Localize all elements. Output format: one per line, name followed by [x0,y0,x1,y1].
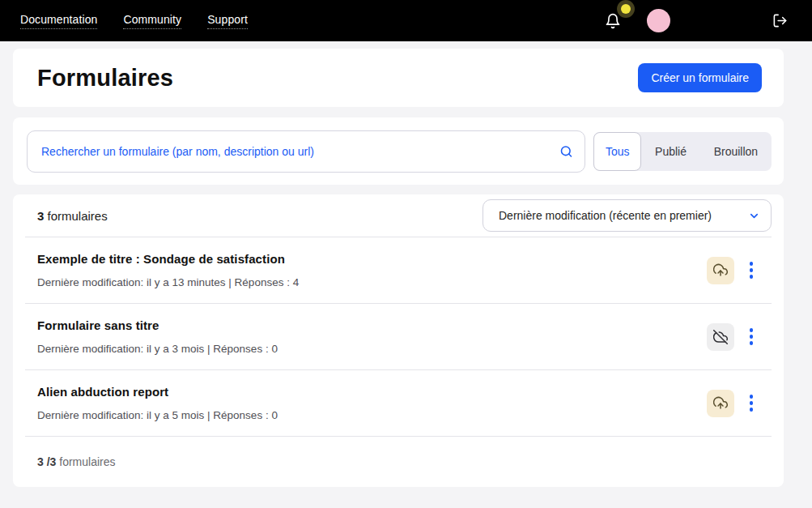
search-field-wrap [27,130,585,173]
form-title: Formulaire sans titre [37,318,278,332]
footer-count-label: formulaires [59,455,115,468]
filter-tab-publie[interactable]: Publié [641,132,700,171]
form-meta: Dernière modification: il y a 5 mois | R… [37,409,278,421]
cloud-off-icon [713,330,728,344]
form-title: Exemple de titre : Sondage de satisfacti… [37,252,299,266]
nav-link-support[interactable]: Support [207,13,248,29]
nav-link-community[interactable]: Community [123,13,181,29]
list-footer: 3 /3 formulaires [13,437,784,487]
footer-count: 3 /3 formulaires [37,455,116,468]
notification-dot [621,4,631,14]
nav-links: Documentation Community Support [20,13,248,29]
logout-button[interactable] [772,13,788,28]
filter-tab-brouillon[interactable]: Brouillon [700,132,772,171]
publish-status-button[interactable] [707,390,734,417]
form-meta: Dernière modification: il y a 13 minutes… [37,276,299,288]
page-header-card: Formulaires Créer un formulaire [13,49,784,107]
form-row[interactable]: Alien abduction report Dernière modifica… [13,370,784,436]
avatar[interactable] [647,9,670,32]
chevron-down-icon [748,210,760,222]
form-title: Alien abduction report [37,385,278,399]
cloud-upload-icon [713,263,728,278]
form-meta: Dernière modification: il y a 3 mois | R… [37,343,278,355]
form-row[interactable]: Formulaire sans titre Dernière modificat… [13,304,784,369]
kebab-menu-icon[interactable] [748,391,755,415]
create-form-button[interactable]: Créer un formulaire [638,63,762,92]
forms-count-label: formulaires [44,209,107,223]
nav-link-documentation[interactable]: Documentation [20,13,97,29]
cloud-upload-icon [713,396,728,411]
list-header: 3 formulaires Dernière modification (réc… [13,194,784,237]
search-input[interactable] [27,130,585,173]
logout-icon [772,13,788,28]
forms-list-card: 3 formulaires Dernière modification (réc… [13,194,784,487]
filter-tab-tous[interactable]: Tous [593,132,641,171]
footer-count-number: 3 /3 [37,455,56,468]
status-filter-group: Tous Publié Brouillon [593,132,772,171]
search-icon[interactable] [559,144,573,158]
search-card: Tous Publié Brouillon [13,117,784,185]
page-title: Formulaires [37,65,173,92]
sort-dropdown-value: Dernière modification (récente en premie… [499,209,712,222]
kebab-menu-icon[interactable] [748,325,755,348]
sort-dropdown[interactable]: Dernière modification (récente en premie… [483,199,772,232]
publish-status-button[interactable] [707,323,734,351]
publish-status-button[interactable] [707,257,734,284]
kebab-menu-icon[interactable] [748,258,755,282]
form-row[interactable]: Exemple de titre : Sondage de satisfacti… [13,237,784,303]
forms-count: 3 formulaires [37,209,108,223]
bell-icon [605,12,621,30]
top-navbar: Documentation Community Support [0,0,812,41]
notifications-button[interactable] [605,12,621,30]
